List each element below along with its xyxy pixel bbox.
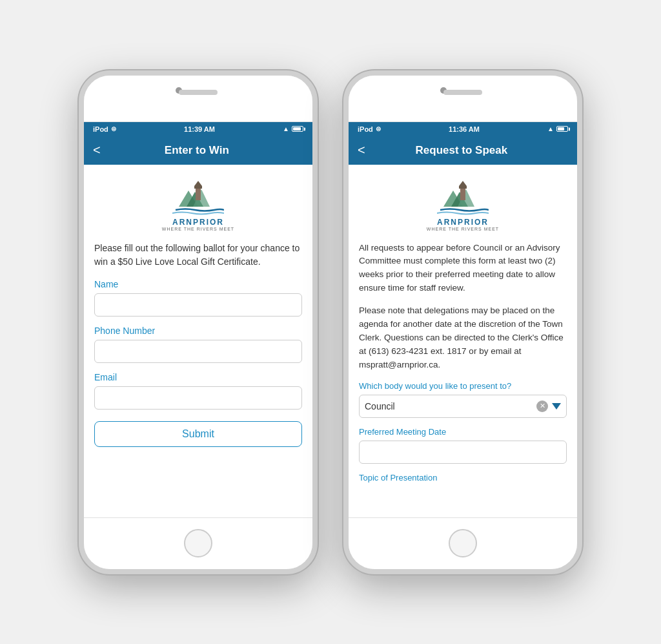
screen-content-right: ARNPRIOR WHERE THE RIVERS MEET All reque…	[349, 165, 577, 517]
phones-container: iPod ⊜ 11:39 AM ▲ < Enter to Win	[53, 45, 608, 600]
svg-rect-3	[196, 187, 201, 200]
wifi-icon-right: ⊜	[376, 125, 381, 132]
home-button-left[interactable]	[184, 529, 212, 557]
bezel-top-right	[349, 76, 577, 122]
svg-rect-9	[460, 187, 465, 200]
screen-right: iPod ⊜ 11:36 AM ▲ < Request to Speak	[349, 122, 577, 517]
phone-right: iPod ⊜ 11:36 AM ▲ < Request to Speak	[343, 70, 582, 574]
bezel-bottom-left	[84, 517, 312, 569]
battery-icon-left	[292, 126, 303, 132]
form-description-left: Please fill out the following ballot for…	[94, 242, 302, 269]
phone-input[interactable]	[94, 340, 302, 363]
status-left-section-right: iPod ⊜	[358, 125, 381, 133]
speaker-right	[443, 90, 482, 95]
dropdown-clear-button[interactable]: ✕	[536, 400, 548, 412]
dropdown-value: Council	[365, 401, 536, 411]
svg-rect-4	[194, 186, 202, 189]
status-bar-left: iPod ⊜ 11:39 AM ▲	[84, 122, 312, 136]
location-icon-right: ▲	[547, 125, 554, 132]
email-label: Email	[94, 372, 302, 382]
nav-title-left: Enter to Win	[106, 144, 288, 157]
dropdown-label: Which body would you like to present to?	[359, 381, 567, 391]
nav-bar-left: < Enter to Win	[84, 136, 312, 165]
home-button-right[interactable]	[449, 529, 477, 557]
speaker-left	[179, 90, 218, 95]
preferred-date-input[interactable]	[359, 441, 567, 464]
preferred-date-label: Preferred Meeting Date	[359, 427, 567, 437]
carrier-left: iPod	[93, 125, 108, 133]
time-left: 11:39 AM	[184, 125, 215, 133]
email-input[interactable]	[94, 386, 302, 410]
info-paragraph-1: All requests to appear before Council or…	[359, 242, 567, 296]
carrier-right: iPod	[358, 125, 373, 133]
brand-tagline-right: WHERE THE RIVERS MEET	[427, 227, 499, 231]
time-right: 11:36 AM	[449, 125, 480, 133]
brand-name-right: ARNPRIOR	[437, 218, 489, 227]
logo-svg-right	[437, 178, 489, 216]
svg-marker-5	[194, 181, 202, 186]
status-bar-right: iPod ⊜ 11:36 AM ▲	[349, 122, 577, 136]
info-paragraph-2: Please note that delegations may be plac…	[359, 304, 567, 372]
name-label: Name	[94, 279, 302, 289]
nav-bar-right: < Request to Speak	[349, 136, 577, 165]
name-input[interactable]	[94, 293, 302, 317]
submit-button[interactable]: Submit	[94, 421, 302, 447]
topic-label: Topic of Presentation	[359, 473, 567, 483]
logo-left: ARNPRIOR WHERE THE RIVERS MEET	[94, 178, 302, 231]
logo-svg-left	[172, 178, 224, 216]
back-button-right[interactable]: <	[358, 143, 365, 158]
wifi-icon-left: ⊜	[111, 125, 116, 132]
phone-label: Phone Number	[94, 326, 302, 336]
battery-icon-right	[556, 126, 568, 132]
status-left-section: iPod ⊜	[93, 125, 116, 133]
bezel-top-left	[84, 76, 312, 122]
status-right-right: ▲	[547, 125, 568, 132]
svg-rect-10	[459, 186, 467, 189]
phone-left: iPod ⊜ 11:39 AM ▲ < Enter to Win	[79, 70, 318, 574]
bezel-bottom-right	[349, 517, 577, 569]
nav-title-right: Request to Speak	[371, 144, 553, 157]
screen-left: iPod ⊜ 11:39 AM ▲ < Enter to Win	[84, 122, 312, 517]
dropdown-arrow-icon[interactable]	[552, 403, 561, 410]
svg-marker-11	[459, 181, 467, 186]
logo-right: ARNPRIOR WHERE THE RIVERS MEET	[359, 178, 567, 231]
location-icon-left: ▲	[283, 125, 289, 132]
screen-content-left: ARNPRIOR WHERE THE RIVERS MEET Please fi…	[84, 165, 312, 517]
brand-tagline-left: WHERE THE RIVERS MEET	[162, 227, 234, 231]
back-button-left[interactable]: <	[93, 143, 101, 158]
brand-name-left: ARNPRIOR	[172, 218, 224, 227]
status-right-left: ▲	[283, 125, 303, 132]
dropdown-container[interactable]: Council ✕	[359, 395, 567, 418]
